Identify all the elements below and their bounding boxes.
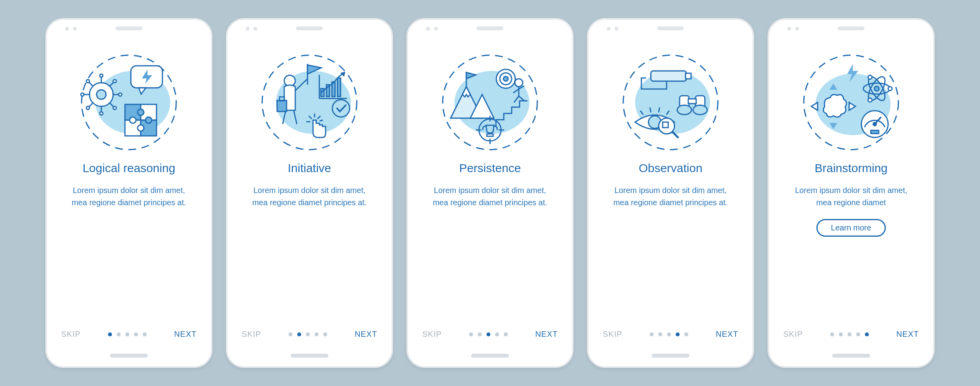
pagination-dot[interactable] (478, 332, 482, 336)
phone-frame-brainstorming: Brainstorming Lorem ipsum dolor sit dim … (768, 18, 935, 368)
next-button[interactable]: NEXT (174, 330, 197, 339)
phone-earpiece (838, 26, 864, 30)
next-button[interactable]: NEXT (535, 330, 558, 339)
brain-atom-gauge-icon (800, 51, 902, 154)
pagination-dot[interactable] (658, 332, 662, 336)
learn-more-button[interactable]: Learn more (816, 219, 886, 237)
pagination-dot[interactable] (839, 332, 843, 336)
svg-rect-69 (487, 134, 493, 136)
phone-sensors (607, 27, 619, 31)
svg-point-28 (130, 117, 136, 123)
mountain-stairs-trophy-icon (439, 51, 541, 154)
next-button[interactable]: NEXT (355, 330, 377, 339)
svg-marker-42 (341, 72, 345, 76)
pagination-dot[interactable] (676, 332, 680, 336)
phone-sensors (787, 27, 799, 31)
skip-button[interactable]: SKIP (61, 330, 81, 339)
skip-button[interactable]: SKIP (603, 330, 622, 339)
pagination-dot[interactable] (289, 332, 293, 336)
skip-button[interactable]: SKIP (422, 330, 442, 339)
svg-point-98 (888, 87, 892, 91)
svg-point-103 (873, 122, 876, 126)
svg-point-57 (503, 76, 508, 81)
home-indicator (471, 354, 509, 358)
pagination-dot[interactable] (486, 332, 490, 336)
pagination-dot[interactable] (865, 332, 869, 336)
pagination-dots (830, 332, 869, 336)
home-indicator (652, 354, 689, 358)
svg-line-81 (650, 108, 651, 112)
skip-button[interactable]: SKIP (783, 330, 803, 339)
next-button[interactable]: NEXT (716, 330, 738, 339)
pagination-dot[interactable] (117, 332, 121, 336)
svg-line-14 (89, 82, 93, 86)
pagination-dot[interactable] (315, 332, 319, 336)
svg-rect-73 (686, 73, 691, 79)
pagination-dot[interactable] (125, 332, 129, 336)
phone-sensors (65, 27, 77, 31)
phone-earpiece (477, 26, 503, 30)
svg-point-15 (86, 80, 89, 83)
pagination-dot[interactable] (469, 332, 473, 336)
svg-rect-38 (277, 100, 287, 111)
nav-bar: SKIP NEXT (783, 330, 919, 339)
screen-title: Persistence (459, 161, 521, 175)
phone-frame-logical-reasoning: Logical reasoning Lorem ipsum dolor sit … (45, 18, 212, 368)
svg-rect-72 (651, 71, 686, 81)
screen-desc: Lorem ipsum dolor sit dim amet, mea regi… (427, 184, 553, 209)
screen-title: Brainstorming (814, 161, 887, 175)
gear-puzzle-bolt-icon (78, 51, 180, 154)
svg-point-99 (868, 98, 872, 102)
phone-sensors (246, 27, 257, 31)
svg-point-17 (113, 106, 116, 109)
pagination-dot[interactable] (830, 332, 834, 336)
phone-frame-observation: Observation Lorem ipsum dolor sit dim am… (587, 18, 754, 368)
skip-button[interactable]: SKIP (242, 330, 261, 339)
svg-point-19 (86, 106, 89, 109)
svg-point-13 (113, 80, 116, 83)
screen-desc: Lorem ipsum dolor sit dim amet, mea regi… (788, 184, 914, 209)
svg-point-7 (100, 112, 103, 115)
person-flag-chart-icon (258, 51, 361, 154)
svg-line-48 (320, 120, 322, 121)
svg-line-18 (89, 103, 93, 107)
pagination-dot[interactable] (504, 332, 508, 336)
screen-desc: Lorem ipsum dolor sit dim amet, mea regi… (66, 184, 192, 209)
pagination-dot[interactable] (134, 332, 138, 336)
pagination-dot[interactable] (323, 332, 327, 336)
svg-point-9 (81, 93, 84, 96)
nav-bar: SKIP NEXT (61, 330, 197, 339)
svg-point-3 (97, 90, 106, 99)
pagination-dots (289, 332, 327, 336)
pagination-dots (469, 332, 508, 336)
pagination-dots (108, 332, 147, 336)
svg-rect-104 (871, 130, 879, 134)
pagination-dot[interactable] (108, 332, 112, 336)
pagination-dot[interactable] (856, 332, 860, 336)
pagination-dot[interactable] (848, 332, 851, 336)
home-indicator (832, 354, 870, 358)
home-indicator (110, 354, 148, 358)
pagination-dot[interactable] (306, 332, 310, 336)
screen-title: Observation (639, 161, 702, 175)
svg-point-97 (874, 86, 879, 91)
svg-rect-76 (688, 99, 696, 104)
pagination-dot[interactable] (684, 332, 688, 336)
svg-line-82 (659, 108, 660, 112)
screen-title: Logical reasoning (82, 161, 175, 175)
svg-marker-92 (811, 102, 818, 110)
pagination-dots (650, 332, 688, 336)
pagination-dot[interactable] (297, 332, 301, 336)
next-button[interactable]: NEXT (896, 330, 919, 339)
phone-frame-persistence: Persistence Lorem ipsum dolor sit dim am… (406, 18, 574, 368)
pagination-dot[interactable] (667, 332, 671, 336)
svg-point-77 (677, 105, 691, 115)
screen-desc: Lorem ipsum dolor sit dim amet, mea regi… (607, 184, 734, 209)
pagination-dot[interactable] (495, 332, 499, 336)
pagination-dot[interactable] (650, 332, 654, 336)
svg-point-5 (100, 74, 103, 77)
screen-desc: Lorem ipsum dolor sit dim amet, mea regi… (246, 184, 373, 209)
pagination-dot[interactable] (143, 332, 147, 336)
eye-camera-binoculars-icon (619, 51, 722, 154)
nav-bar: SKIP NEXT (422, 330, 558, 339)
